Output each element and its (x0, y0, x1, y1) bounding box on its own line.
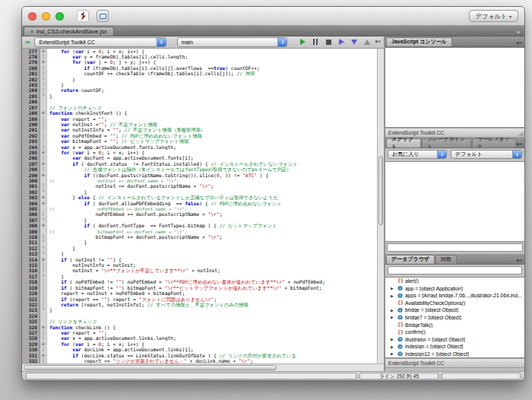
line-number[interactable]: 286 (22, 99, 40, 104)
tree-item[interactable]: ▶indesign = [object Object] (385, 343, 524, 351)
tab-data-browser[interactable]: データブラウザ (386, 255, 435, 264)
data-browser-filter-input[interactable] (388, 266, 522, 275)
expand-triangle-icon[interactable]: ▶ (391, 286, 397, 290)
line-number[interactable]: 285 (22, 94, 40, 99)
code-line[interactable]: 289│ var report = ""; (22, 116, 377, 122)
target-app-select[interactable]: ExtendScript Toolkit CC ▲▼ (34, 37, 166, 47)
expand-triangle-icon[interactable]: ▶ (391, 308, 397, 313)
tree-item[interactable]: ▶apps = [Array] bridge-7.06...,illustrat… (385, 292, 524, 300)
code-line[interactable]: 283└ } (22, 82, 377, 87)
code-line[interactable]: 277⊟ for (var i = 0; i < x; i++) { (22, 49, 377, 54)
line-number[interactable]: 325 (22, 319, 40, 324)
line-number[interactable]: 297 (22, 161, 40, 167)
step-out-button[interactable] (364, 39, 370, 45)
title-bar[interactable]: デフォルト ▾ (22, 7, 524, 26)
line-number[interactable]: 309 (22, 229, 40, 234)
line-number[interactable]: 284 (22, 87, 40, 93)
tab-call-stack[interactable]: コールスタック (472, 138, 517, 148)
profile-select[interactable]: デフォルト ▲▼ (451, 150, 522, 159)
expand-triangle-icon[interactable]: ▶ (391, 294, 397, 298)
close-tab-icon[interactable]: × (30, 29, 33, 34)
code-line[interactable]: 297⊟ if ( docFont.status != FontStatus.i… (22, 161, 377, 167)
fold-marker-icon[interactable]: ⊟ (40, 110, 47, 116)
code-line[interactable]: 290│ var notInst =""; // 不足フォント情報 (22, 122, 377, 127)
document-tab[interactable]: × ind_CS3-checkAndSave.jsx (24, 27, 114, 36)
javascript-console-output[interactable] (385, 47, 524, 128)
line-number[interactable]: 288 (22, 110, 40, 116)
tab-functions[interactable]: 関数 (435, 255, 457, 264)
line-number[interactable]: 280 (22, 65, 40, 71)
code-line[interactable]: 314⊟ if ( notInst != "") { (22, 257, 377, 262)
line-number[interactable]: 312 (22, 246, 40, 251)
code-line[interactable]: 318│ if ( noPdfEmbed != "") noPdfEmbed =… (22, 279, 377, 284)
line-number[interactable]: 328 (22, 335, 40, 341)
run-button[interactable] (299, 39, 306, 45)
line-number[interactable]: 296 (22, 155, 40, 160)
code-line[interactable]: 279⊟ for (var j = 0; j < y; j++) { (22, 59, 377, 65)
code-line[interactable]: 298│ // 合成フォントは除外（未インストールではfontTypeが取得でき… (22, 167, 377, 172)
code-line[interactable]: 326⊟function checkLink () { (22, 325, 377, 330)
line-number[interactable]: 318 (22, 279, 40, 284)
expand-triangle-icon[interactable]: ▶ (391, 351, 397, 356)
tree-item[interactable]: ▶indesign12 = [object Object] (385, 351, 524, 358)
line-number[interactable]: 277 (22, 49, 40, 54)
line-number[interactable]: 324 (22, 313, 40, 319)
code-line[interactable]: 306│ noPdfEmbed += docFont.postscriptNam… (22, 211, 377, 217)
code-line[interactable]: 291│ var notInstInfo = ""; // 不足フォント情報（重… (22, 127, 377, 132)
line-number[interactable]: 291 (22, 127, 40, 132)
code-line[interactable]: 295⊟ for (var i = 0; i < x; i++) { (22, 150, 377, 155)
panel-resize-grip-icon[interactable] (518, 131, 524, 136)
code-line[interactable]: 280│ if (frameObj.tables[i].cells[j].ove… (22, 65, 377, 71)
script-list[interactable] (385, 161, 524, 242)
tab-breakpoints[interactable]: ブレークポイント (422, 138, 471, 148)
line-number[interactable]: 311 (22, 240, 40, 245)
tab-scripts[interactable]: スクリプト (386, 138, 421, 148)
code-line[interactable]: 286 (22, 99, 377, 104)
tree-item[interactable]: {}confirm() (385, 329, 524, 336)
line-number[interactable]: 302 (22, 189, 40, 195)
code-line[interactable]: 292│ var noPdfEmbed = ""; // PDFに埋め込めないフ… (22, 133, 377, 138)
target-connect-icon[interactable]: ∞ (25, 39, 30, 46)
line-number[interactable]: 330 (22, 347, 40, 352)
line-number[interactable]: 316 (22, 268, 40, 273)
code-line[interactable]: 282└ } (22, 77, 377, 82)
code-line[interactable]: 304⊟ if ( docFont.allowPDFEmbedding == f… (22, 201, 377, 206)
code-line[interactable]: 308⊟ if ( docFont.fontType == FontTypes.… (22, 223, 377, 228)
line-number[interactable]: 313 (22, 251, 40, 256)
code-line[interactable]: 300// notInst += docFont.name + "\r"; (22, 178, 377, 183)
line-number[interactable]: 320 (22, 290, 40, 296)
code-line[interactable]: 310│ bitmapFont += docFont.postscriptNam… (22, 234, 377, 240)
code-line[interactable]: 309// bitmapFont += docFont.name + "\r"; (22, 229, 377, 234)
fold-marker-icon[interactable]: ⊟ (40, 325, 47, 330)
data-browser-panel-menu-icon[interactable]: ▾≡ (516, 258, 524, 264)
line-number[interactable]: 323 (22, 307, 40, 313)
line-number[interactable]: 327 (22, 330, 40, 335)
code-line[interactable]: 324 (22, 313, 377, 319)
console-panel-menu-icon[interactable]: ▾≡ (516, 40, 524, 46)
tree-item[interactable]: ▶bridge = [object Object] (385, 306, 524, 314)
code-line[interactable]: 315│ notInstInfo = notInst; (22, 262, 377, 268)
expand-triangle-icon[interactable]: ▶ (391, 315, 397, 319)
fold-marker-icon[interactable]: ⊟ (40, 49, 47, 54)
line-number[interactable]: 298 (22, 167, 40, 172)
line-number[interactable]: 322 (22, 302, 40, 307)
line-number[interactable]: 301 (22, 183, 40, 189)
tree-item[interactable]: ▶illustrator = [object Object] (385, 335, 524, 343)
line-number[interactable]: 326 (22, 325, 40, 330)
line-number[interactable]: 307 (22, 217, 40, 223)
tree-item[interactable]: ▶bridge7 = [object Object] (385, 314, 524, 322)
tree-item[interactable]: {}BridgeTalk() (385, 321, 524, 329)
line-number[interactable]: 278 (22, 54, 40, 59)
line-number[interactable]: 314 (22, 257, 40, 262)
code-line[interactable]: 287// フォントのチェック (22, 105, 377, 110)
line-number[interactable]: 319 (22, 285, 40, 290)
code-line[interactable]: 321│ if (report == "") report = "フォントに問題… (22, 297, 377, 302)
code-line[interactable]: 305// noPdfEmbed += docFont.name + "\r"; (22, 206, 377, 211)
code-line[interactable]: 285└} (22, 94, 377, 99)
line-number[interactable]: 292 (22, 133, 40, 138)
target-monitor-icon[interactable] (97, 10, 109, 22)
code-line[interactable]: 299⊟ if ((docFont.postscriptName.toStrin… (22, 173, 377, 178)
line-number[interactable]: 315 (22, 262, 40, 268)
fold-marker-icon[interactable]: ⊟ (40, 201, 47, 206)
code-line[interactable]: 284│ return countOF; (22, 87, 377, 93)
